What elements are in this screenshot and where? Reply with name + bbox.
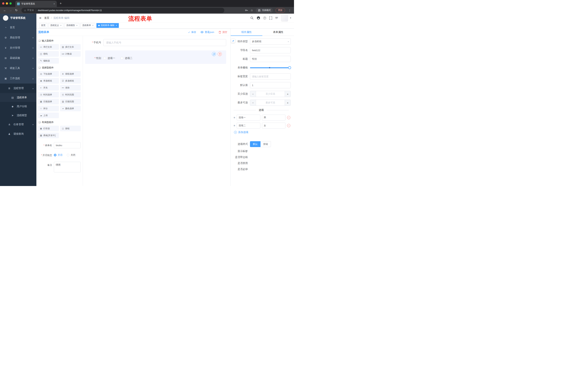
checkbox-option-1[interactable]: 选项一 xyxy=(103,57,115,60)
save-button[interactable]: ✓ 保存 xyxy=(188,31,196,34)
label-width-input[interactable] xyxy=(250,73,291,80)
breadcrumb-home[interactable]: 首页 xyxy=(44,16,49,20)
tab-close-icon[interactable]: × xyxy=(53,2,55,5)
copy-component-button[interactable] xyxy=(212,52,216,56)
new-tab-button[interactable]: + xyxy=(60,1,62,5)
palette-item-multi-text[interactable]: ▤多行文本 xyxy=(60,44,81,50)
palette-item-checkbox-group[interactable]: ☑多选框组 xyxy=(60,78,81,84)
search-icon[interactable] xyxy=(250,16,254,20)
phone-field-row[interactable]: *手机号 xyxy=(85,39,226,46)
browser-tab[interactable]: 芋道管理系统 × xyxy=(15,1,57,7)
option-name-input[interactable] xyxy=(237,123,260,128)
tag-process-model[interactable]: 流程模型 × xyxy=(64,23,79,28)
component-type-select[interactable]: 多选框组 ▾ xyxy=(250,38,291,45)
font-size-icon[interactable]: TT xyxy=(275,17,278,19)
palette-item-cascader[interactable]: ⋔级联选择 xyxy=(60,71,81,77)
palette-item-counter[interactable]: 123计数器 xyxy=(60,51,81,57)
form-canvas[interactable]: *手机号 xyxy=(83,36,231,186)
sidebar-item-payment[interactable]: ¥ 支付管理 ▾ xyxy=(0,43,36,53)
status-radio-off[interactable]: 关闭 xyxy=(67,153,75,157)
user-avatar[interactable] xyxy=(281,15,288,21)
sidebar-item-process-model[interactable]: ➤ 流程模型 xyxy=(0,111,36,120)
form-remark-textarea[interactable]: 嘿嘿 xyxy=(54,162,81,172)
browser-update-button[interactable]: 更新 xyxy=(275,8,285,13)
sidebar-item-process-mgmt[interactable]: ≣ 流程管理 ▴ xyxy=(0,84,36,93)
increase-button[interactable]: + xyxy=(285,91,291,97)
palette-item-editor[interactable]: ✎编辑器 xyxy=(38,58,59,64)
option-name-input[interactable] xyxy=(237,115,260,120)
slider-handle[interactable] xyxy=(288,66,291,69)
default-value-input[interactable] xyxy=(250,82,291,88)
palette-item-time-range[interactable]: ◴时间范围 xyxy=(60,92,81,97)
palette-item-select[interactable]: ◎下拉选择 xyxy=(38,71,59,77)
style-button-button[interactable]: 按钮 xyxy=(261,141,271,147)
sidebar-item-devtools[interactable]: ⚒ 研发工具 ▾ xyxy=(0,63,36,73)
decrease-button[interactable]: − xyxy=(250,100,256,106)
palette-item-single-text[interactable]: ▭单行文本 xyxy=(38,44,59,50)
reload-icon[interactable]: ↻ xyxy=(14,9,19,12)
remove-option-icon[interactable]: − xyxy=(287,116,290,119)
tag-process-definition[interactable]: 流程定义 × xyxy=(48,23,63,28)
grid-slider[interactable] xyxy=(250,65,291,71)
sidebar-item-leave-query[interactable]: ♟ 请假查询 xyxy=(0,129,36,139)
tag-process-form[interactable]: 流程表单 × xyxy=(80,23,95,28)
palette-item-date-range[interactable]: ▥日期范围 xyxy=(60,99,81,104)
hamburger-icon[interactable]: ≡ xyxy=(39,16,41,20)
sidebar-item-system[interactable]: ⚙ 系统管理 ▾ xyxy=(0,32,36,43)
decrease-button[interactable]: − xyxy=(250,91,256,97)
tag-home[interactable]: 首页 xyxy=(39,23,47,28)
palette-item-time-picker[interactable]: ◷时间选择 xyxy=(38,92,59,97)
max-select-value[interactable]: 最多可选 xyxy=(256,100,285,106)
palette-item-button[interactable]: ◻按钮 xyxy=(60,126,81,131)
tab-component-props[interactable]: 组件属性 xyxy=(231,29,262,36)
sidebar-item-infra[interactable]: ⊞ 基础设施 ▾ xyxy=(0,53,36,63)
palette-item-color-picker[interactable]: ◕颜色选择 xyxy=(60,106,81,111)
style-default-button[interactable]: 默认 xyxy=(250,141,261,147)
checkbox[interactable] xyxy=(103,57,106,60)
browser-menu-icon[interactable]: ⋮ xyxy=(288,9,292,12)
phone-input[interactable] xyxy=(103,39,226,46)
tab-form-props[interactable]: 表单属性 xyxy=(262,29,294,36)
github-icon[interactable] xyxy=(257,16,260,20)
back-icon[interactable]: ← xyxy=(2,9,7,12)
tag-process-form-edit[interactable]: 流程表单-编辑 × xyxy=(96,23,119,28)
tag-close-icon[interactable]: × xyxy=(116,24,117,27)
add-option-button[interactable]: + 添加选项 xyxy=(234,131,291,134)
palette-item-password[interactable]: ◫密码 xyxy=(38,51,59,57)
fullscreen-icon[interactable] xyxy=(269,17,272,20)
drag-handle-icon[interactable]: ≡ xyxy=(234,116,235,119)
link-icon[interactable]: ∞ xyxy=(231,39,235,43)
min-select-value[interactable]: 至少应选 xyxy=(256,91,285,97)
selected-component-gender[interactable]: *性别 选项一 选项二 xyxy=(85,50,226,64)
minimize-window-button[interactable] xyxy=(6,2,8,5)
tag-close-icon[interactable]: × xyxy=(60,24,62,27)
palette-item-row-container[interactable]: ▣行容器 xyxy=(38,126,59,131)
address-bar[interactable]: ⚠ 不安全 dashboard.yudao.iocoder.cn/bpm/man… xyxy=(21,8,224,13)
palette-item-date-picker[interactable]: ▦日期选择 xyxy=(38,99,59,104)
palette-item-switch[interactable]: ◐开关 xyxy=(38,85,59,90)
option-value-input[interactable] xyxy=(262,115,285,120)
status-radio-on[interactable]: 开启 xyxy=(54,153,63,157)
sidebar-item-task-mgmt[interactable]: ⋔ 任务管理 ▾ xyxy=(0,120,36,129)
palette-item-radio-group[interactable]: ◉单选框组 xyxy=(38,78,59,84)
zoom-window-button[interactable] xyxy=(10,2,12,5)
palette-item-rate[interactable]: ☆评分 xyxy=(38,106,59,111)
sidebar-item-home[interactable]: ◔ 首页 xyxy=(0,22,36,32)
checkbox-option-2[interactable]: 选项二 xyxy=(121,57,132,60)
palette-item-slider[interactable]: ⊷滑块 xyxy=(60,85,81,90)
delete-component-button[interactable] xyxy=(218,52,222,56)
help-icon[interactable]: ? xyxy=(263,17,266,20)
view-json-button[interactable]: 查看json xyxy=(200,31,214,34)
sidebar-item-process-form[interactable]: ▤ 流程表单 xyxy=(0,93,36,102)
checkbox[interactable] xyxy=(121,57,123,60)
remove-option-icon[interactable]: − xyxy=(287,124,290,127)
field-name-input[interactable] xyxy=(250,47,291,53)
form-name-input[interactable] xyxy=(54,142,81,148)
tag-close-icon[interactable]: × xyxy=(92,24,94,27)
sidebar-item-user-group[interactable]: ☻ 用户分组 xyxy=(0,102,36,111)
clear-button[interactable]: 清空 xyxy=(219,31,227,34)
increase-button[interactable]: + xyxy=(285,100,291,106)
tag-close-icon[interactable]: × xyxy=(76,24,77,27)
forward-icon[interactable]: → xyxy=(8,9,13,12)
slider-track[interactable] xyxy=(250,67,291,68)
